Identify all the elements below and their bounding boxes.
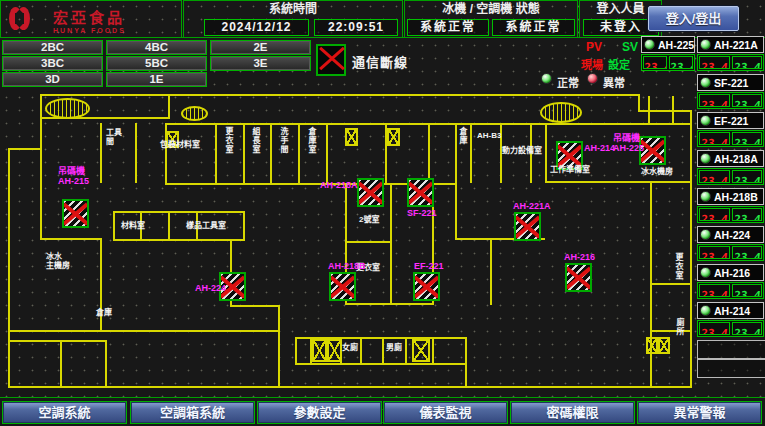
- pv-value: 23.4: [699, 284, 730, 297]
- map-unit-offline-icon-AH-215[interactable]: [62, 199, 89, 228]
- room-label: 廁所: [675, 318, 684, 336]
- nav-button-密碼權限[interactable]: 密碼權限: [510, 401, 635, 424]
- wall-segment: [40, 238, 102, 240]
- pv-value: 23.4: [699, 56, 730, 69]
- room-label: 組長室: [251, 127, 260, 154]
- wall-segment: [243, 211, 245, 241]
- wall-segment: [40, 94, 640, 96]
- sv-legend-label: SV: [622, 40, 638, 54]
- system-date-display: 2024/12/12: [204, 19, 309, 36]
- logo-text-en: HUNYA FOODS: [53, 27, 126, 34]
- nav-button-空調系統[interactable]: 空調系統: [2, 401, 127, 424]
- unit-name-label: AH-221A: [714, 39, 758, 51]
- floor-button-1E[interactable]: 1E: [106, 72, 207, 87]
- floor-button-3E[interactable]: 3E: [210, 56, 311, 71]
- shaft-icon: [658, 337, 670, 354]
- wall-segment: [40, 94, 42, 150]
- pv-value: 23.4: [699, 94, 730, 107]
- sv-value: 23.4: [732, 246, 763, 259]
- room-label: AH-B3: [477, 131, 501, 140]
- wall-segment: [405, 337, 407, 365]
- wall-segment: [230, 305, 280, 307]
- unit-values-AH-224: 23.423.4: [697, 244, 764, 261]
- login-logout-button[interactable]: 登入/登出: [648, 6, 739, 31]
- unit-EF-221[interactable]: EF-221: [697, 112, 764, 129]
- unit-values-AH-221A: 23.423.4: [697, 54, 764, 71]
- unit-AH-216[interactable]: AH-216: [697, 264, 764, 281]
- room-label: 材料室: [121, 221, 145, 230]
- stairs-icon: [45, 98, 90, 119]
- nav-button-空調箱系統[interactable]: 空調箱系統: [130, 401, 255, 424]
- pv-value: 23.4: [699, 170, 730, 183]
- sv-value: 23.4: [732, 322, 763, 335]
- room-label: 更衣室: [224, 127, 233, 154]
- logo-box: 宏亞食品 HUNYA FOODS: [0, 0, 182, 38]
- wall-segment: [650, 183, 652, 388]
- pv-value: 23.4: [699, 208, 730, 221]
- map-unit-offline-icon-AH-218A[interactable]: [357, 178, 384, 207]
- shaft-icon: [345, 128, 358, 146]
- pv-value: 23.4: [699, 246, 730, 259]
- system-time-header: 系統時間: [184, 1, 402, 18]
- ahu-status-display: 系統正常: [492, 19, 575, 36]
- system-clock-display: 22:09:51: [314, 19, 398, 36]
- wall-segment: [105, 340, 107, 386]
- wall-segment: [60, 340, 62, 386]
- wall-segment: [345, 303, 434, 305]
- status-lamp-icon: [700, 267, 711, 278]
- unit-values-SF-221: 23.423.4: [697, 92, 764, 109]
- floor-button-2BC[interactable]: 2BC: [2, 40, 103, 55]
- map-unit-offline-icon-AH-216[interactable]: [565, 263, 592, 292]
- unit-AH-218B[interactable]: AH-218B: [697, 188, 764, 205]
- room-label: 男廁: [386, 343, 402, 352]
- status-lamp-icon: [700, 305, 711, 316]
- pv-value: 23.4: [699, 322, 730, 335]
- map-unit-label: 吊碼機 AH-215: [58, 167, 89, 186]
- wall-segment: [295, 337, 297, 365]
- unit-AH-221A[interactable]: AH-221A: [697, 36, 764, 53]
- unit-AH-224[interactable]: AH-224: [697, 226, 764, 243]
- floor-button-5BC[interactable]: 5BC: [106, 56, 207, 71]
- wall-segment: [243, 123, 245, 183]
- floor-button-2E[interactable]: 2E: [210, 40, 311, 55]
- map-unit-offline-icon-AH-221A[interactable]: [514, 212, 541, 241]
- unit-AH-214[interactable]: AH-214: [697, 302, 764, 319]
- unit-AH-225[interactable]: AH-225: [641, 36, 695, 53]
- wall-segment: [650, 330, 692, 332]
- wall-segment: [278, 305, 280, 388]
- sv-value: 23.4: [732, 208, 763, 221]
- wall-segment: [690, 110, 692, 388]
- floor-button-3D[interactable]: 3D: [2, 72, 103, 87]
- map-unit-label: SF-221: [407, 209, 437, 219]
- wall-segment: [465, 337, 467, 388]
- wall-segment: [470, 123, 472, 183]
- map-unit-offline-icon-AH-218B[interactable]: [329, 272, 356, 301]
- nav-button-參數設定[interactable]: 參數設定: [257, 401, 382, 424]
- map-unit-label: AH-224: [195, 284, 226, 294]
- map-unit-label: AH-216: [564, 253, 595, 263]
- normal-legend-label: 正常: [557, 74, 579, 90]
- wall-segment: [168, 211, 170, 239]
- nav-button-儀表監視[interactable]: 儀表監視: [383, 401, 508, 424]
- sv-value: 23.4: [669, 56, 693, 69]
- map-unit-offline-icon-SF-221[interactable]: [407, 178, 434, 207]
- unit-AH-218A[interactable]: AH-218A: [697, 150, 764, 167]
- floor-button-3BC[interactable]: 3BC: [2, 56, 103, 71]
- unit-name-label: AH-214: [714, 305, 750, 317]
- wall-segment: [360, 337, 362, 365]
- map-unit-label: EF-221: [414, 262, 444, 272]
- wall-segment: [113, 239, 245, 241]
- map-unit-offline-icon-EF-221[interactable]: [413, 272, 440, 301]
- wall-segment: [455, 183, 457, 240]
- unit-values-AH-218B: 23.423.4: [697, 206, 764, 223]
- wall-segment: [113, 211, 245, 213]
- wall-segment: [382, 337, 384, 365]
- sv-value: 23.4: [732, 56, 763, 69]
- wall-segment: [8, 386, 692, 388]
- unit-SF-221[interactable]: SF-221: [697, 74, 764, 91]
- room-label: 2號室: [359, 215, 379, 224]
- wall-segment: [295, 363, 467, 365]
- nav-button-異常警報[interactable]: 異常警報: [637, 401, 762, 424]
- floor-button-4BC[interactable]: 4BC: [106, 40, 207, 55]
- wall-segment: [432, 337, 434, 365]
